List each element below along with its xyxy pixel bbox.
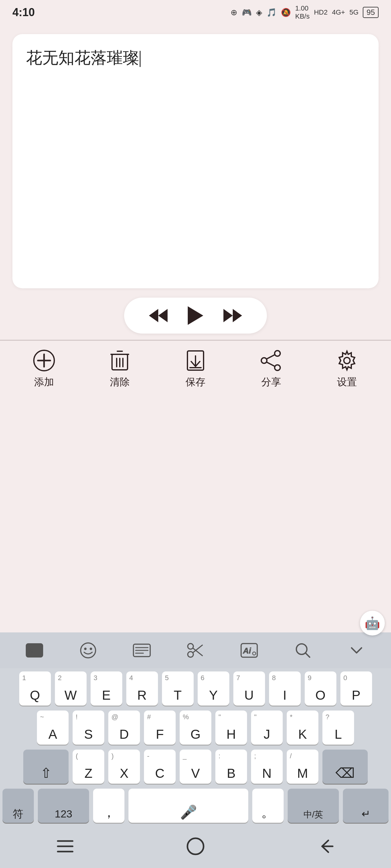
key-U[interactable]: 7U — [233, 672, 265, 706]
key-L[interactable]: ?L — [323, 711, 354, 745]
key-R[interactable]: 4R — [126, 672, 158, 706]
svg-point-25 — [81, 643, 95, 658]
key-row-1: 1Q 2W 3E 4R 5T 6Y 7U 8I 9O 0P — [2, 672, 389, 706]
space-button[interactable]: 🎤 — [129, 788, 248, 823]
svg-marker-2 — [188, 306, 203, 325]
save-button[interactable]: 保存 — [184, 349, 207, 389]
svg-point-22 — [344, 358, 350, 364]
key-Z[interactable]: (Z — [73, 750, 104, 784]
back-button[interactable] — [313, 834, 338, 859]
home-bar — [0, 828, 391, 868]
key-X[interactable]: )X — [108, 750, 140, 784]
keyboard-switch-button[interactable] — [115, 638, 168, 663]
key-row-bottom: 符 123 ， 🎤 。 中/英 ↵ — [2, 788, 389, 823]
period-button[interactable]: 。 — [252, 788, 284, 823]
save-icon — [184, 349, 207, 372]
text-content: 花无知花落璀璨 — [26, 46, 365, 69]
delete-button[interactable]: ⌫ — [323, 750, 368, 784]
home-button[interactable] — [183, 834, 208, 859]
status-bar: 4:10 ⊕ 🎮 ◈ 🎵 🔕 1.00KB/s HD2 4G+ 5G 95 — [0, 0, 391, 25]
key-Y[interactable]: 6Y — [198, 672, 229, 706]
collapse-button[interactable] — [330, 638, 384, 663]
clear-button[interactable]: 清除 — [109, 349, 131, 389]
num-button[interactable]: 123 — [38, 788, 89, 823]
key-J[interactable]: "J — [251, 711, 283, 745]
key-K[interactable]: *K — [287, 711, 318, 745]
mute-icon: 🔕 — [281, 8, 291, 18]
add-label: 添加 — [34, 375, 54, 389]
key-E[interactable]: 3E — [91, 672, 122, 706]
status-icons: ⊕ 🎮 ◈ 🎵 🔕 1.00KB/s HD2 4G+ 5G 95 — [230, 4, 379, 21]
save-label: 保存 — [186, 375, 205, 389]
trash-icon — [109, 349, 131, 372]
ai-button[interactable]: Ai — [223, 638, 276, 663]
4g-icon: 4G+ — [332, 8, 345, 17]
svg-marker-3 — [223, 309, 233, 322]
key-C[interactable]: -C — [144, 750, 176, 784]
key-P[interactable]: 0P — [340, 672, 372, 706]
svg-marker-4 — [233, 309, 242, 322]
key-N[interactable]: ;N — [251, 750, 283, 784]
svg-point-44 — [188, 838, 203, 855]
play-button[interactable] — [186, 306, 205, 325]
key-O[interactable]: 9O — [305, 672, 336, 706]
key-A[interactable]: ~A — [37, 711, 68, 745]
svg-marker-1 — [149, 309, 158, 322]
enter-button[interactable]: ↵ — [343, 788, 389, 823]
fu-button[interactable]: 符 — [2, 788, 34, 823]
key-F[interactable]: #F — [144, 711, 176, 745]
text-cursor — [140, 51, 141, 67]
playback-bar — [124, 298, 267, 334]
key-M[interactable]: /M — [287, 750, 318, 784]
key-G[interactable]: %G — [180, 711, 211, 745]
svg-point-38 — [253, 652, 256, 655]
rewind-button[interactable] — [149, 306, 168, 325]
key-B[interactable]: :B — [215, 750, 247, 784]
svg-line-21 — [267, 362, 275, 366]
5g-icon: 5G — [350, 8, 358, 17]
key-D[interactable]: @D — [108, 711, 140, 745]
gear-icon — [336, 349, 358, 372]
shift-button[interactable]: ⇧ — [23, 750, 68, 784]
emoji-button[interactable] — [61, 638, 115, 663]
app-icon-4: 🎵 — [267, 8, 277, 18]
svg-point-18 — [275, 365, 280, 370]
add-icon — [33, 349, 55, 372]
svg-point-17 — [275, 351, 280, 356]
battery-icon: 95 — [363, 7, 379, 18]
robot-icon[interactable]: 🤖 — [360, 611, 385, 636]
add-button[interactable]: 添加 — [33, 349, 55, 389]
text-input-area[interactable]: 花无知花落璀璨 — [12, 34, 379, 288]
clear-label: 清除 — [110, 375, 130, 389]
key-row-3: ⇧ (Z )X -C _V :B ;N /M ⌫ — [2, 750, 389, 784]
svg-marker-0 — [158, 309, 168, 322]
key-Q[interactable]: 1Q — [19, 672, 51, 706]
keyboard-rows: 1Q 2W 3E 4R 5T 6Y 7U 8I 9O 0P ~A !S @D #… — [0, 669, 391, 823]
comma-button[interactable]: ， — [93, 788, 124, 823]
key-I[interactable]: 8I — [269, 672, 301, 706]
lang-switch-button[interactable]: 中/英 — [288, 788, 339, 823]
share-button[interactable]: 分享 — [260, 349, 282, 389]
search-button[interactable] — [276, 638, 330, 663]
microphone-icon: 🎤 — [180, 805, 197, 819]
playback-container — [0, 298, 391, 334]
fast-forward-button[interactable] — [223, 306, 242, 325]
key-T[interactable]: 5T — [162, 672, 194, 706]
key-V[interactable]: _V — [180, 750, 211, 784]
status-time: 4:10 — [12, 6, 35, 19]
hd-icon: HD2 — [314, 8, 328, 17]
menu-button[interactable] — [53, 834, 78, 859]
key-H[interactable]: "H — [215, 711, 247, 745]
key-row-2: ~A !S @D #F %G "H "J *K ?L — [2, 711, 389, 745]
network-speed: 1.00KB/s — [295, 4, 309, 21]
key-S[interactable]: !S — [73, 711, 104, 745]
app-icon-1: ⊕ — [230, 8, 238, 18]
swipe-keyboard-button[interactable]: S — [7, 638, 61, 663]
svg-point-19 — [261, 358, 267, 363]
keyboard-area: 🤖 S — [0, 632, 391, 868]
key-W[interactable]: 2W — [55, 672, 87, 706]
svg-text:Ai: Ai — [243, 646, 251, 655]
scissors-button[interactable] — [168, 638, 222, 663]
svg-line-20 — [267, 354, 275, 359]
settings-button[interactable]: 设置 — [336, 349, 358, 389]
